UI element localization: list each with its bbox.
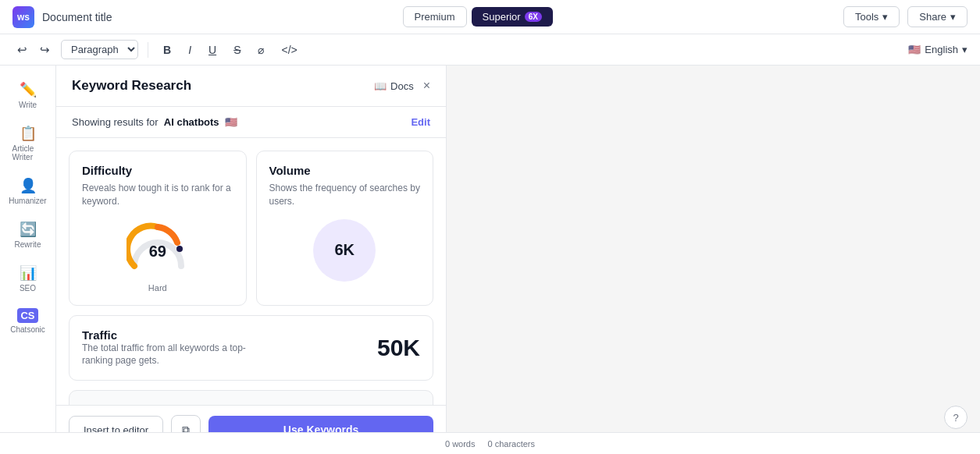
language-button[interactable]: 🇺🇸 English ▾	[908, 44, 968, 55]
traffic-title: Traffic	[82, 328, 254, 342]
traffic-left: Traffic The total traffic from all keywo…	[82, 328, 254, 368]
difficulty-value: 69	[149, 243, 166, 261]
underline-button[interactable]: U	[203, 41, 222, 59]
difficulty-level: Hard	[148, 283, 167, 293]
volume-title: Volume	[269, 164, 421, 177]
sidebar-item-seo[interactable]: 📊 SEO	[5, 258, 52, 299]
docs-button[interactable]: 📖 Docs	[374, 80, 414, 92]
write-icon: ✏️	[20, 81, 37, 98]
sidebar: ✏️ Write 📋 Article Writer 👤 Humanizer 🔄 …	[0, 66, 56, 454]
help-button[interactable]: ?	[944, 406, 968, 429]
sidebar-item-label: SEO	[20, 284, 36, 293]
flag-us: 🇺🇸	[225, 116, 237, 128]
top-bar-right: Tools ▾ Share ▾	[843, 6, 968, 27]
panel-content: Difficulty Reveals how tough it is to ra…	[56, 138, 446, 405]
language-chevron: ▾	[962, 44, 968, 55]
tools-button[interactable]: Tools ▾	[843, 6, 900, 27]
close-button[interactable]: ×	[423, 79, 430, 93]
ws-logo: ws	[12, 6, 34, 28]
article-writer-icon: 📋	[20, 125, 37, 142]
sidebar-item-label: Humanizer	[9, 197, 46, 205]
link-button[interactable]: ⌀	[252, 41, 269, 59]
strikethrough-button[interactable]: S	[228, 41, 246, 59]
undo-button[interactable]: ↩	[12, 40, 32, 60]
panel-header-right: 📖 Docs ×	[374, 79, 430, 93]
book-icon: 📖	[374, 80, 387, 92]
paragraph-select[interactable]: Paragraph	[61, 40, 138, 59]
italic-button[interactable]: I	[183, 41, 197, 59]
traffic-card: Traffic The total traffic from all keywo…	[69, 315, 433, 381]
svg-point-0	[176, 246, 183, 252]
document-title[interactable]: Document title	[42, 11, 112, 23]
edit-button[interactable]: Edit	[411, 116, 430, 128]
bold-button[interactable]: B	[158, 41, 176, 59]
word-count: 0 words	[445, 439, 476, 449]
difficulty-card: Difficulty Reveals how tough it is to ra…	[69, 151, 247, 306]
sidebar-item-label: Rewrite	[15, 240, 41, 249]
traffic-value: 50K	[377, 335, 420, 361]
language-label: English	[925, 44, 958, 55]
volume-value: 6K	[313, 219, 376, 282]
format-bar: ↩ ↪ Paragraph B I U S ⌀ </> 🇺🇸 English ▾	[0, 34, 980, 66]
keyword-research-panel: Keyword Research 📖 Docs × Showing result…	[56, 66, 447, 454]
sidebar-item-label: Chatsonic	[10, 325, 45, 334]
superior-label: Superior	[483, 11, 521, 23]
status-bar: 0 words 0 characters	[0, 432, 980, 454]
panel-title: Keyword Research	[72, 78, 191, 94]
superior-badge: 6X	[525, 12, 542, 22]
rewrite-icon: 🔄	[20, 221, 37, 238]
sidebar-item-label: Write	[19, 101, 37, 109]
share-button[interactable]: Share ▾	[907, 6, 968, 27]
metrics-row: Difficulty Reveals how tough it is to ra…	[69, 151, 433, 306]
sidebar-item-humanizer[interactable]: 👤 Humanizer	[5, 171, 52, 211]
volume-desc: Shows the frequency of searches by users…	[269, 182, 421, 208]
traffic-desc: The total traffic from all keywords a to…	[82, 342, 254, 368]
superior-button[interactable]: Superior 6X	[472, 7, 553, 27]
main-layout: ✏️ Write 📋 Article Writer 👤 Humanizer 🔄 …	[0, 66, 980, 454]
sidebar-item-label: Article Writer	[12, 144, 44, 161]
chatsonic-icon: CS	[17, 308, 37, 323]
results-keyword: AI chatbots	[164, 116, 219, 128]
format-divider	[148, 42, 148, 58]
seo-icon: 📊	[20, 264, 37, 282]
difficulty-title: Difficulty	[82, 164, 233, 177]
top-bar: ws Document title Premium Superior 6X To…	[0, 0, 980, 34]
flag-icon: 🇺🇸	[908, 44, 921, 55]
difficulty-desc: Reveals how tough it is to rank for a ke…	[82, 182, 233, 208]
format-bar-left: ↩ ↪ Paragraph B I U S ⌀ </>	[12, 40, 303, 60]
placeholder-card	[69, 390, 433, 405]
humanizer-icon: 👤	[20, 177, 37, 194]
premium-button[interactable]: Premium	[403, 6, 467, 27]
sidebar-item-rewrite[interactable]: 🔄 Rewrite	[5, 215, 52, 255]
difficulty-gauge: 69	[127, 219, 189, 282]
volume-card: Volume Shows the frequency of searches b…	[256, 151, 434, 306]
sidebar-item-chatsonic[interactable]: CS Chatsonic	[5, 302, 52, 340]
results-text: Showing results for AI chatbots 🇺🇸	[72, 116, 237, 128]
code-button[interactable]: </>	[276, 41, 302, 59]
top-bar-left: ws Document title	[12, 6, 112, 28]
panel-header: Keyword Research 📖 Docs ×	[56, 66, 446, 107]
sidebar-item-article-writer[interactable]: 📋 Article Writer	[5, 119, 52, 168]
panel-results: Showing results for AI chatbots 🇺🇸 Edit	[56, 107, 446, 138]
char-count: 0 characters	[488, 439, 536, 449]
undo-redo-group: ↩ ↪	[12, 40, 55, 60]
editor-area[interactable]	[447, 66, 980, 454]
redo-button[interactable]: ↪	[35, 40, 55, 60]
sidebar-item-write[interactable]: ✏️ Write	[5, 75, 52, 115]
top-bar-center: Premium Superior 6X	[403, 6, 553, 27]
